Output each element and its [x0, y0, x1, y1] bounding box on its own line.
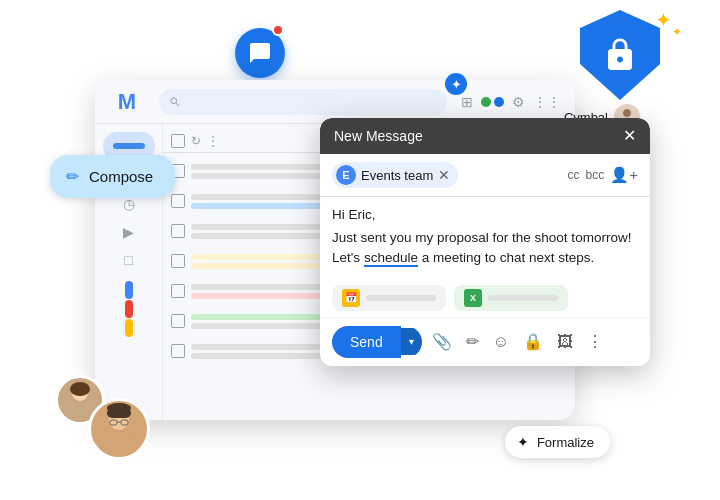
compose-greeting: Hi Eric, [332, 207, 638, 222]
lock-icon[interactable]: 🔒 [519, 328, 547, 355]
svg-point-3 [70, 382, 90, 396]
avatar-man [88, 398, 150, 460]
formalize-button[interactable]: ✦ Formalize [505, 426, 610, 458]
status-blue-dot [494, 97, 504, 107]
add-people-icon[interactable]: 👤+ [610, 166, 638, 184]
cc-button[interactable]: cc [568, 168, 580, 182]
formalize-label: Formalize [537, 435, 594, 450]
formalize-icon: ✦ [517, 434, 529, 450]
compose-label: Compose [89, 168, 153, 185]
emoji-icon[interactable]: ☺ [489, 329, 513, 355]
body-line1: Just sent you my proposal for the shoot … [332, 230, 631, 245]
compose-window: New Message ✕ E Events team ✕ cc bcc 👤+ … [320, 118, 650, 366]
more-options-icon[interactable]: ⋮ [207, 134, 219, 148]
attach-file-icon[interactable]: 📎 [428, 328, 456, 355]
gmail-logo: M [109, 89, 145, 115]
body-line2-part1: Let's [332, 250, 360, 265]
compose-close-button[interactable]: ✕ [623, 128, 636, 144]
sheets-attachment[interactable]: X [454, 285, 568, 311]
sidebar-item-sent[interactable]: ▶ [103, 220, 155, 244]
compose-footer: Send ▾ 📎 ✏ ☺ 🔒 🖼 ⋮ [320, 317, 650, 366]
recipient-remove-button[interactable]: ✕ [438, 167, 450, 183]
edit-icon[interactable]: ✏ [462, 328, 483, 355]
email-checkbox[interactable] [171, 224, 185, 238]
email-checkbox[interactable] [171, 284, 185, 298]
compose-button[interactable]: ✏ Compose [50, 155, 175, 198]
grid-icon: ⊞ [461, 94, 473, 110]
compose-body-area[interactable]: Hi Eric, Just sent you my proposal for t… [320, 197, 650, 279]
send-icon: ▶ [123, 224, 134, 240]
inbox-bar [113, 143, 145, 149]
refresh-icon[interactable]: ↻ [191, 134, 201, 148]
security-shield [580, 10, 660, 100]
status-green-dot [481, 97, 491, 107]
body-line2-highlighted: schedule [364, 250, 418, 267]
image-icon[interactable]: 🖼 [553, 329, 577, 355]
calendar-icon: 📅 [342, 289, 360, 307]
email-checkbox[interactable] [171, 254, 185, 268]
notification-dot [272, 24, 284, 36]
recipient-chip-events-team: E Events team ✕ [332, 162, 458, 188]
attachment-bar-2 [488, 295, 558, 301]
label-red-bar [125, 300, 133, 318]
email-checkbox[interactable] [171, 344, 185, 358]
body-line2-part2: a meeting to chat next steps. [422, 250, 595, 265]
svg-point-5 [99, 436, 139, 460]
pencil-icon: ✏ [66, 167, 79, 186]
compose-to-row: E Events team ✕ cc bcc 👤+ [320, 154, 650, 197]
sidebar-item-drafts[interactable]: □ [103, 248, 155, 272]
draft-icon: □ [124, 252, 132, 268]
apps-icon[interactable]: ⋮⋮ [533, 94, 561, 110]
sparkle-small-icon: ✦ [672, 25, 682, 39]
send-button-group: Send ▾ [332, 326, 422, 358]
bcc-button[interactable]: bcc [586, 168, 605, 182]
toolbar-icons: ⊞ ⚙ ⋮⋮ [461, 94, 561, 110]
email-checkbox[interactable] [171, 314, 185, 328]
clock-icon: ◷ [123, 196, 135, 212]
gemini-icon[interactable]: ✦ [445, 73, 467, 95]
recipient-name: Events team [361, 168, 433, 183]
svg-point-8 [107, 403, 131, 413]
compose-attachment-row: 📅 X [320, 279, 650, 317]
send-button[interactable]: Send [332, 326, 401, 358]
compose-body-text: Just sent you my proposal for the shoot … [332, 228, 638, 269]
select-all-checkbox[interactable] [171, 134, 185, 148]
attachment-bar [366, 295, 436, 301]
label-yellow-bar [125, 319, 133, 337]
more-icon[interactable]: ⋮ [583, 328, 607, 355]
compose-window-title: New Message [334, 128, 423, 144]
recipient-avatar: E [336, 165, 356, 185]
send-dropdown-button[interactable]: ▾ [401, 328, 422, 355]
sparkle-icon: ✦ [655, 8, 672, 32]
gmail-search-bar[interactable] [159, 89, 447, 115]
cc-bcc-area: cc bcc 👤+ [568, 166, 638, 184]
settings-icon[interactable]: ⚙ [512, 94, 525, 110]
email-checkbox[interactable] [171, 194, 185, 208]
calendar-attachment[interactable]: 📅 [332, 285, 446, 311]
compose-header: New Message ✕ [320, 118, 650, 154]
label-blue-bar [125, 281, 133, 299]
sheets-icon: X [464, 289, 482, 307]
